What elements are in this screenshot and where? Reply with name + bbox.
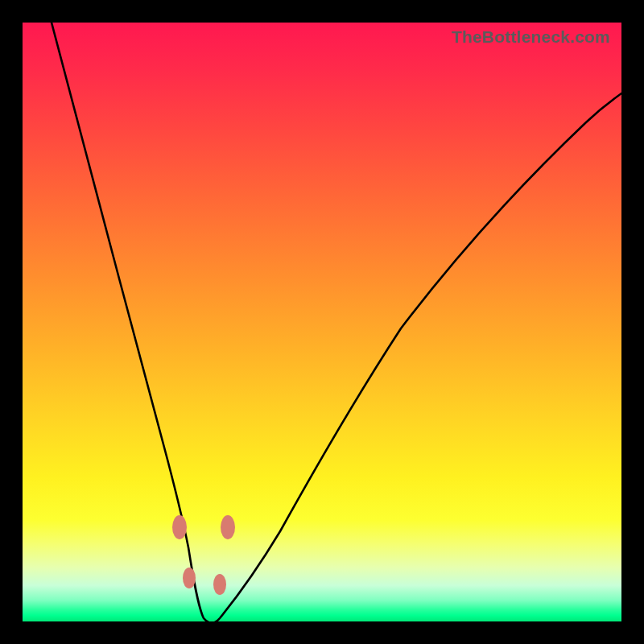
marker-right-upper <box>221 515 235 539</box>
marker-left-upper <box>172 515 187 539</box>
chart-frame: TheBottleneck.com <box>0 0 644 644</box>
marker-right-lower <box>213 574 226 595</box>
bottleneck-curve <box>52 23 621 621</box>
curve-svg <box>23 23 621 621</box>
marker-left-lower <box>183 568 196 588</box>
marker-group <box>172 515 235 595</box>
plot-area: TheBottleneck.com <box>23 23 621 621</box>
